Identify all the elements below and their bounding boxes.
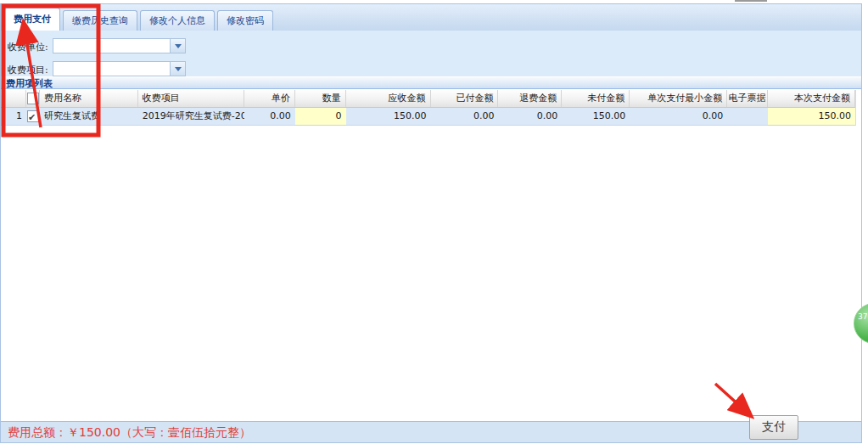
fee-project-cell: 2019年研究生复试费-2019年研究生... bbox=[138, 108, 244, 125]
select-all-checkbox[interactable] bbox=[27, 93, 39, 104]
query-form: 收费单位: 收费项目: bbox=[1, 31, 861, 76]
col-current-payment-header[interactable]: 本次支付金额 bbox=[768, 90, 855, 107]
col-e-invoice-header[interactable]: 电子票据 bbox=[727, 90, 768, 107]
tab-bar: 费用支付 缴费历史查询 修改个人信息 修改密码 bbox=[1, 4, 861, 31]
fee-name-cell: 研究生复试费 bbox=[40, 108, 138, 125]
tab-payment-history[interactable]: 缴费历史查询 bbox=[63, 10, 137, 31]
col-paid-header[interactable]: 已付金额 bbox=[431, 90, 499, 107]
chevron-down-icon bbox=[175, 44, 182, 48]
col-quantity-header[interactable]: 数量 bbox=[295, 90, 346, 107]
tab-edit-profile[interactable]: 修改个人信息 bbox=[140, 10, 215, 31]
unpaid-cell: 150.00 bbox=[562, 108, 630, 125]
quantity-cell[interactable]: 0 bbox=[295, 108, 346, 125]
row-select-checkbox[interactable] bbox=[27, 110, 39, 122]
screen-artifact-line bbox=[735, 0, 767, 2]
charge-unit-value[interactable] bbox=[53, 38, 170, 53]
row-checkbox-cell bbox=[26, 108, 40, 125]
charge-project-label: 收费项目: bbox=[8, 64, 48, 76]
footer-bar: 费用总额：￥150.00（大写：壹佰伍拾元整） bbox=[1, 421, 861, 442]
col-receivable-header[interactable]: 应收金额 bbox=[346, 90, 431, 107]
e-invoice-cell bbox=[727, 108, 768, 125]
total-amount-text: 费用总额：￥150.00（大写：壹佰伍拾元整） bbox=[8, 425, 251, 441]
charge-project-value[interactable] bbox=[53, 61, 170, 76]
col-rownum-header bbox=[1, 90, 26, 107]
min-payment-cell: 0.00 bbox=[630, 108, 727, 125]
floating-badge-label: 37 bbox=[858, 312, 867, 321]
fee-list-panel-header: 费用项列表 bbox=[1, 76, 861, 89]
charge-project-select[interactable] bbox=[53, 61, 186, 76]
col-name-header[interactable]: 费用名称 bbox=[40, 90, 138, 107]
charge-unit-label: 收费单位: bbox=[8, 41, 48, 53]
paid-cell: 0.00 bbox=[431, 108, 499, 125]
pay-button[interactable]: 支付 bbox=[749, 415, 798, 440]
refund-cell: 0.00 bbox=[498, 108, 562, 125]
col-unit-price-header[interactable]: 单价 bbox=[244, 90, 295, 107]
chevron-down-icon bbox=[175, 67, 182, 71]
col-project-header[interactable]: 收费项目 bbox=[138, 90, 244, 107]
table-row[interactable]: 1 研究生复试费 2019年研究生复试费-2019年研究生... 0.00 0 … bbox=[1, 108, 855, 126]
charge-project-trigger[interactable] bbox=[170, 61, 186, 76]
tab-fee-payment[interactable]: 费用支付 bbox=[4, 8, 60, 31]
charge-unit-trigger[interactable] bbox=[170, 38, 186, 53]
unit-price-cell: 0.00 bbox=[244, 108, 295, 125]
col-checkbox-header bbox=[26, 90, 40, 107]
col-unpaid-header[interactable]: 未付金额 bbox=[562, 90, 630, 107]
col-min-payment-header[interactable]: 单次支付最小金额 bbox=[630, 90, 727, 107]
charge-unit-select[interactable] bbox=[53, 38, 186, 53]
screen: { "tabs": { "fee_payment": "费用支付", "paym… bbox=[0, 0, 868, 444]
tab-change-password[interactable]: 修改密码 bbox=[217, 10, 273, 31]
payment-app-window: 费用支付 缴费历史查询 修改个人信息 修改密码 收费单位: 收费项目: 费用项列… bbox=[0, 3, 862, 443]
current-payment-cell[interactable]: 150.00 bbox=[768, 108, 855, 125]
row-number: 1 bbox=[1, 108, 26, 125]
col-refund-header[interactable]: 退费金额 bbox=[498, 90, 562, 107]
fee-table-header: 费用名称 收费项目 单价 数量 应收金额 已付金额 退费金额 未付金额 单次支付… bbox=[1, 90, 855, 108]
receivable-cell: 150.00 bbox=[346, 108, 431, 125]
fee-table: 费用名称 收费项目 单价 数量 应收金额 已付金额 退费金额 未付金额 单次支付… bbox=[1, 90, 856, 126]
